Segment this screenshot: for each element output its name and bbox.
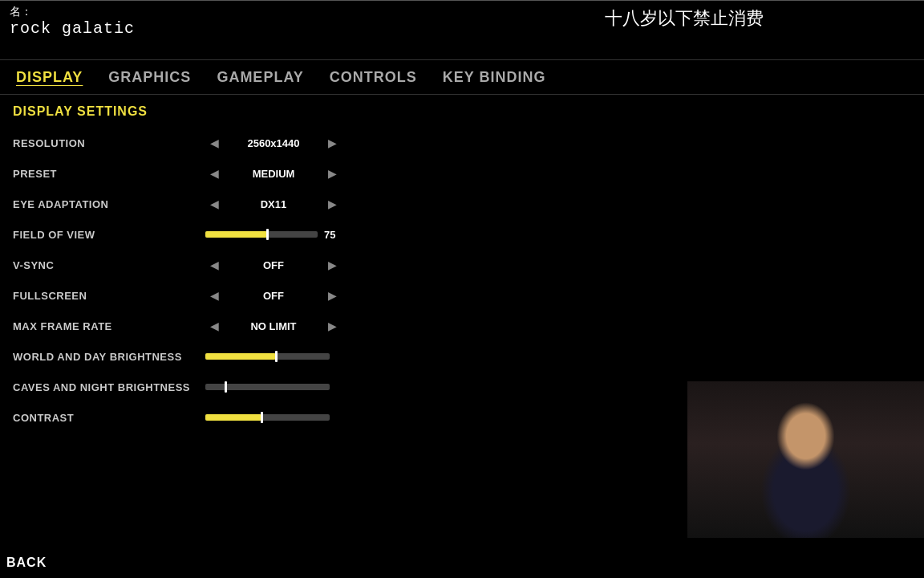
- arrow-right-preset[interactable]: ▶: [323, 165, 342, 181]
- selector-fullscreen: ◀ OFF ▶: [205, 287, 342, 303]
- label-vsync: V-SYNC: [13, 259, 205, 271]
- control-vsync: ◀ OFF ▶: [205, 257, 358, 273]
- section-title: DISPLAY SETTINGS: [13, 104, 911, 119]
- value-field-of-view: 75: [324, 229, 340, 241]
- arrow-left-fullscreen[interactable]: ◀: [205, 287, 224, 303]
- slider-thumb-world-brightness[interactable]: [275, 351, 278, 362]
- tab-controls[interactable]: CONTROLS: [317, 64, 430, 91]
- selector-resolution: ◀ 2560x1440 ▶: [205, 135, 342, 151]
- value-vsync: OFF: [224, 259, 323, 271]
- slider-track-world-brightness[interactable]: [205, 353, 330, 360]
- username-label: 名：: [10, 5, 135, 19]
- top-header: 名： rock galatic 十八岁以下禁止消费: [0, 0, 924, 60]
- tab-gameplay[interactable]: GAMEPLAY: [204, 64, 316, 91]
- control-world-brightness: [205, 353, 358, 360]
- arrow-left-eye-adaptation[interactable]: ◀: [205, 196, 224, 212]
- arrow-right-vsync[interactable]: ▶: [323, 257, 342, 273]
- label-resolution: RESOLUTION: [13, 137, 205, 149]
- username-value: rock galatic: [10, 19, 135, 38]
- control-resolution: ◀ 2560x1440 ▶: [205, 135, 358, 151]
- arrow-right-fullscreen[interactable]: ▶: [323, 287, 342, 303]
- control-max-frame-rate: ◀ NO LIMIT ▶: [205, 318, 358, 334]
- value-preset: MEDIUM: [224, 168, 323, 180]
- value-fullscreen: OFF: [224, 290, 323, 302]
- slider-track-fov[interactable]: [205, 231, 318, 238]
- back-button[interactable]: BACK: [6, 556, 47, 570]
- control-field-of-view: 75: [205, 229, 358, 241]
- arrow-left-preset[interactable]: ◀: [205, 165, 224, 181]
- slider-track-caves-brightness[interactable]: [205, 384, 330, 390]
- slider-thumb-fov[interactable]: [266, 229, 269, 240]
- setting-row-preset: PRESET ◀ MEDIUM ▶: [13, 162, 358, 185]
- label-preset: PRESET: [13, 168, 205, 180]
- nav-tabs: DISPLAY GRAPHICS GAMEPLAY CONTROLS KEY B…: [0, 61, 924, 95]
- setting-row-max-frame-rate: MAX FRAME RATE ◀ NO LIMIT ▶: [13, 315, 358, 337]
- person-silhouette: [687, 381, 924, 538]
- value-eye-adaptation: DX11: [224, 198, 323, 210]
- setting-row-contrast: CONTRAST: [13, 406, 358, 429]
- arrow-left-vsync[interactable]: ◀: [205, 257, 224, 273]
- setting-row-world-brightness: WORLD AND DAY BRIGHTNESS: [13, 345, 358, 368]
- settings-table: RESOLUTION ◀ 2560x1440 ▶ PRESET ◀ MEDIUM…: [13, 132, 358, 429]
- value-resolution: 2560x1440: [224, 137, 323, 149]
- selector-max-frame-rate: ◀ NO LIMIT ▶: [205, 318, 342, 334]
- label-world-brightness: WORLD AND DAY BRIGHTNESS: [13, 351, 205, 363]
- slider-fill-contrast: [205, 414, 261, 421]
- label-caves-brightness: CAVES AND NIGHT BRIGHTNESS: [13, 381, 205, 393]
- selector-eye-adaptation: ◀ DX11 ▶: [205, 196, 342, 212]
- arrow-right-eye-adaptation[interactable]: ▶: [323, 196, 342, 212]
- setting-row-field-of-view: FIELD OF VIEW 75: [13, 223, 358, 246]
- selector-vsync: ◀ OFF ▶: [205, 257, 342, 273]
- arrow-left-resolution[interactable]: ◀: [205, 135, 224, 151]
- slider-field-of-view: 75: [205, 229, 342, 241]
- control-fullscreen: ◀ OFF ▶: [205, 287, 358, 303]
- setting-row-resolution: RESOLUTION ◀ 2560x1440 ▶: [13, 132, 358, 154]
- selector-preset: ◀ MEDIUM ▶: [205, 165, 342, 181]
- label-max-frame-rate: MAX FRAME RATE: [13, 320, 205, 332]
- setting-row-caves-brightness: CAVES AND NIGHT BRIGHTNESS: [13, 376, 358, 398]
- tab-display[interactable]: DISPLAY: [3, 64, 95, 91]
- tab-keybinding[interactable]: KEY BINDING: [430, 64, 559, 91]
- slider-thumb-caves-brightness[interactable]: [225, 381, 227, 393]
- arrow-right-resolution[interactable]: ▶: [323, 135, 342, 151]
- control-eye-adaptation: ◀ DX11 ▶: [205, 196, 358, 212]
- camera-feed: [687, 381, 924, 538]
- label-contrast: CONTRAST: [13, 412, 205, 424]
- arrow-left-max-frame-rate[interactable]: ◀: [205, 318, 224, 334]
- setting-row-eye-adaptation: EYE ADAPTATION ◀ DX11 ▶: [13, 193, 358, 215]
- setting-row-fullscreen: FULLSCREEN ◀ OFF ▶: [13, 284, 358, 307]
- value-max-frame-rate: NO LIMIT: [224, 320, 323, 332]
- control-contrast: [205, 414, 358, 421]
- label-eye-adaptation: EYE ADAPTATION: [13, 198, 205, 210]
- slider-fill-fov: [205, 231, 267, 238]
- label-fullscreen: FULLSCREEN: [13, 290, 205, 302]
- chinese-warning-text: 十八岁以下禁止消费: [605, 6, 764, 31]
- slider-fill-world-brightness: [205, 353, 276, 360]
- tab-graphics[interactable]: GRAPHICS: [95, 64, 204, 91]
- control-caves-brightness: [205, 384, 358, 390]
- control-preset: ◀ MEDIUM ▶: [205, 165, 358, 181]
- label-field-of-view: FIELD OF VIEW: [13, 229, 205, 241]
- username-block: 名： rock galatic: [10, 5, 135, 38]
- camera-overlay: [687, 381, 924, 538]
- slider-track-contrast[interactable]: [205, 414, 330, 421]
- slider-thumb-contrast[interactable]: [261, 412, 263, 423]
- arrow-right-max-frame-rate[interactable]: ▶: [323, 318, 342, 334]
- setting-row-vsync: V-SYNC ◀ OFF ▶: [13, 254, 358, 276]
